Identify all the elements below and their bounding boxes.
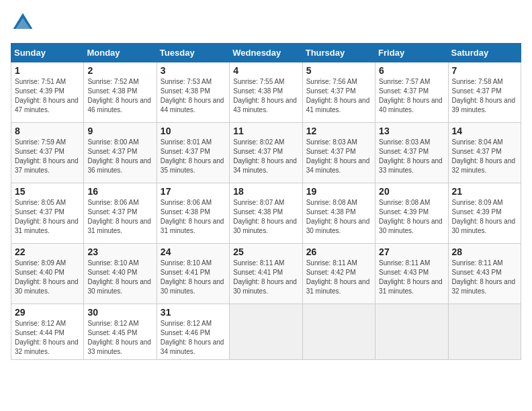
- day-number: 9: [87, 126, 152, 136]
- day-info: Sunrise: 7:51 AMSunset: 4:39 PMDaylight:…: [15, 77, 80, 115]
- page-header: [11, 11, 521, 35]
- day-info: Sunrise: 8:06 AMSunset: 4:37 PMDaylight:…: [87, 198, 152, 236]
- day-info: Sunrise: 8:04 AMSunset: 4:37 PMDaylight:…: [452, 138, 517, 175]
- logo: [11, 11, 38, 35]
- day-number: 29: [15, 307, 80, 318]
- day-number: 22: [15, 246, 80, 257]
- calendar-table: SundayMondayTuesdayWednesdayThursdayFrid…: [11, 43, 521, 360]
- day-number: 11: [233, 126, 298, 136]
- calendar-day-13: 13Sunrise: 8:03 AMSunset: 4:37 PMDayligh…: [375, 123, 448, 183]
- calendar-week-1: 1Sunrise: 7:51 AMSunset: 4:39 PMDaylight…: [11, 62, 521, 123]
- day-info: Sunrise: 8:12 AMSunset: 4:46 PMDaylight:…: [161, 319, 226, 357]
- day-info: Sunrise: 8:10 AMSunset: 4:41 PMDaylight:…: [161, 259, 226, 296]
- day-number: 3: [161, 65, 226, 76]
- day-info: Sunrise: 8:01 AMSunset: 4:37 PMDaylight:…: [161, 138, 226, 175]
- day-info: Sunrise: 8:06 AMSunset: 4:38 PMDaylight:…: [161, 198, 226, 236]
- day-number: 8: [15, 126, 80, 136]
- day-info: Sunrise: 8:11 AMSunset: 4:41 PMDaylight:…: [233, 259, 298, 296]
- day-number: 6: [379, 65, 444, 76]
- calendar-day-1: 1Sunrise: 7:51 AMSunset: 4:39 PMDaylight…: [11, 62, 84, 123]
- calendar-day-31: 31Sunrise: 8:12 AMSunset: 4:46 PMDayligh…: [157, 304, 229, 360]
- calendar-week-2: 8Sunrise: 7:59 AMSunset: 4:37 PMDaylight…: [11, 123, 521, 183]
- calendar-day-27: 27Sunrise: 8:11 AMSunset: 4:43 PMDayligh…: [375, 244, 448, 304]
- day-number: 5: [306, 65, 371, 76]
- calendar-day-20: 20Sunrise: 8:08 AMSunset: 4:39 PMDayligh…: [375, 183, 448, 244]
- day-number: 26: [306, 246, 371, 257]
- day-info: Sunrise: 8:05 AMSunset: 4:37 PMDaylight:…: [15, 198, 80, 236]
- day-info: Sunrise: 7:53 AMSunset: 4:38 PMDaylight:…: [161, 77, 226, 115]
- day-header-thursday: Thursday: [302, 44, 375, 62]
- day-number: 10: [161, 126, 226, 136]
- day-header-tuesday: Tuesday: [157, 44, 229, 62]
- calendar-empty-cell: [230, 304, 302, 360]
- calendar-day-30: 30Sunrise: 8:12 AMSunset: 4:45 PMDayligh…: [84, 304, 157, 360]
- day-number: 1: [15, 65, 80, 76]
- day-info: Sunrise: 8:07 AMSunset: 4:38 PMDaylight:…: [233, 198, 298, 236]
- day-info: Sunrise: 8:09 AMSunset: 4:39 PMDaylight:…: [452, 198, 517, 236]
- day-number: 15: [15, 186, 80, 197]
- day-info: Sunrise: 7:58 AMSunset: 4:37 PMDaylight:…: [452, 77, 517, 115]
- day-number: 16: [87, 186, 152, 197]
- day-info: Sunrise: 8:09 AMSunset: 4:40 PMDaylight:…: [15, 259, 80, 296]
- calendar-day-4: 4Sunrise: 7:55 AMSunset: 4:38 PMDaylight…: [230, 62, 302, 123]
- day-info: Sunrise: 8:12 AMSunset: 4:44 PMDaylight:…: [15, 319, 80, 357]
- calendar-day-29: 29Sunrise: 8:12 AMSunset: 4:44 PMDayligh…: [11, 304, 84, 360]
- day-info: Sunrise: 8:11 AMSunset: 4:43 PMDaylight:…: [379, 259, 444, 296]
- day-number: 31: [161, 307, 226, 318]
- calendar-day-12: 12Sunrise: 8:03 AMSunset: 4:37 PMDayligh…: [302, 123, 375, 183]
- day-number: 7: [452, 65, 517, 76]
- calendar-day-15: 15Sunrise: 8:05 AMSunset: 4:37 PMDayligh…: [11, 183, 84, 244]
- day-header-monday: Monday: [84, 44, 157, 62]
- day-info: Sunrise: 8:11 AMSunset: 4:43 PMDaylight:…: [452, 259, 517, 296]
- logo-icon: [11, 11, 35, 35]
- calendar-day-14: 14Sunrise: 8:04 AMSunset: 4:37 PMDayligh…: [448, 123, 521, 183]
- calendar-day-25: 25Sunrise: 8:11 AMSunset: 4:41 PMDayligh…: [230, 244, 302, 304]
- calendar-day-2: 2Sunrise: 7:52 AMSunset: 4:38 PMDaylight…: [84, 62, 157, 123]
- calendar-day-23: 23Sunrise: 8:10 AMSunset: 4:40 PMDayligh…: [84, 244, 157, 304]
- calendar-week-4: 22Sunrise: 8:09 AMSunset: 4:40 PMDayligh…: [11, 244, 521, 304]
- calendar-day-7: 7Sunrise: 7:58 AMSunset: 4:37 PMDaylight…: [448, 62, 521, 123]
- day-number: 12: [306, 126, 371, 136]
- calendar-day-19: 19Sunrise: 8:08 AMSunset: 4:38 PMDayligh…: [302, 183, 375, 244]
- day-info: Sunrise: 8:10 AMSunset: 4:40 PMDaylight:…: [87, 259, 152, 296]
- calendar-day-28: 28Sunrise: 8:11 AMSunset: 4:43 PMDayligh…: [448, 244, 521, 304]
- calendar-empty-cell: [302, 304, 375, 360]
- day-number: 18: [233, 186, 298, 197]
- calendar-day-9: 9Sunrise: 8:00 AMSunset: 4:37 PMDaylight…: [84, 123, 157, 183]
- day-number: 21: [452, 186, 517, 197]
- day-number: 24: [161, 246, 226, 257]
- day-info: Sunrise: 8:08 AMSunset: 4:38 PMDaylight:…: [306, 198, 371, 236]
- day-info: Sunrise: 7:55 AMSunset: 4:38 PMDaylight:…: [233, 77, 298, 115]
- calendar-day-11: 11Sunrise: 8:02 AMSunset: 4:37 PMDayligh…: [230, 123, 302, 183]
- calendar-day-21: 21Sunrise: 8:09 AMSunset: 4:39 PMDayligh…: [448, 183, 521, 244]
- day-info: Sunrise: 8:03 AMSunset: 4:37 PMDaylight:…: [306, 138, 371, 175]
- day-number: 14: [452, 126, 517, 136]
- day-number: 28: [452, 246, 517, 257]
- calendar-empty-cell: [375, 304, 448, 360]
- calendar-header-row: SundayMondayTuesdayWednesdayThursdayFrid…: [11, 44, 521, 62]
- calendar-week-5: 29Sunrise: 8:12 AMSunset: 4:44 PMDayligh…: [11, 304, 521, 360]
- calendar-day-8: 8Sunrise: 7:59 AMSunset: 4:37 PMDaylight…: [11, 123, 84, 183]
- day-info: Sunrise: 8:02 AMSunset: 4:37 PMDaylight:…: [233, 138, 298, 175]
- calendar-day-6: 6Sunrise: 7:57 AMSunset: 4:37 PMDaylight…: [375, 62, 448, 123]
- day-number: 23: [87, 246, 152, 257]
- day-number: 2: [87, 65, 152, 76]
- calendar-day-18: 18Sunrise: 8:07 AMSunset: 4:38 PMDayligh…: [230, 183, 302, 244]
- calendar-week-3: 15Sunrise: 8:05 AMSunset: 4:37 PMDayligh…: [11, 183, 521, 244]
- calendar-day-24: 24Sunrise: 8:10 AMSunset: 4:41 PMDayligh…: [157, 244, 229, 304]
- calendar-day-17: 17Sunrise: 8:06 AMSunset: 4:38 PMDayligh…: [157, 183, 229, 244]
- day-info: Sunrise: 8:08 AMSunset: 4:39 PMDaylight:…: [379, 198, 444, 236]
- day-number: 25: [233, 246, 298, 257]
- calendar-day-3: 3Sunrise: 7:53 AMSunset: 4:38 PMDaylight…: [157, 62, 229, 123]
- day-number: 27: [379, 246, 444, 257]
- calendar-empty-cell: [448, 304, 521, 360]
- day-info: Sunrise: 7:57 AMSunset: 4:37 PMDaylight:…: [379, 77, 444, 115]
- calendar-day-22: 22Sunrise: 8:09 AMSunset: 4:40 PMDayligh…: [11, 244, 84, 304]
- day-header-friday: Friday: [375, 44, 448, 62]
- day-header-saturday: Saturday: [448, 44, 521, 62]
- day-header-wednesday: Wednesday: [230, 44, 302, 62]
- day-number: 4: [233, 65, 298, 76]
- calendar-day-16: 16Sunrise: 8:06 AMSunset: 4:37 PMDayligh…: [84, 183, 157, 244]
- day-header-sunday: Sunday: [11, 44, 84, 62]
- day-number: 30: [87, 307, 152, 318]
